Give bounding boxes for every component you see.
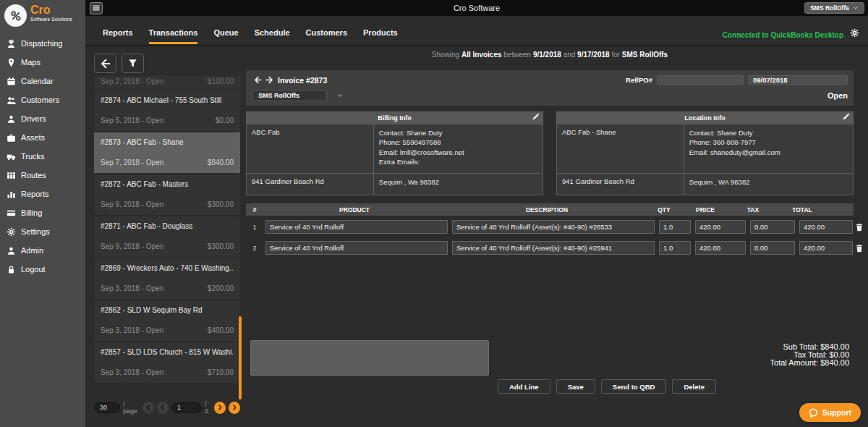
list-item[interactable]: #2869 - Wreckers Auto - 740 E Washing...…	[94, 258, 240, 299]
sidebar-item-calendar[interactable]: Calendar	[0, 72, 85, 90]
gear-icon[interactable]	[850, 28, 859, 38]
description-field[interactable]: Service of 40 Yrd Rolloff (Asset(s): #40…	[452, 220, 655, 234]
menu-button[interactable]	[90, 2, 103, 14]
company-switcher-button[interactable]: SMS RollOffs	[804, 2, 864, 14]
product-field[interactable]: Service of 40 Yrd Rolloff	[265, 241, 448, 255]
tab-products[interactable]: Products	[363, 28, 398, 44]
tax-field[interactable]: 0.00	[750, 220, 795, 234]
per-page-input[interactable]	[94, 402, 120, 413]
sidebar-nav: Dispatching Maps Calendar Customers Driv…	[0, 34, 85, 279]
billing-contact-block: Contact: Shane Duty Phone: 5590497688 Em…	[374, 124, 542, 173]
tab-transactions[interactable]: Transactions	[149, 28, 198, 44]
tab-customers[interactable]: Customers	[306, 28, 347, 44]
send-to-qbd-button[interactable]: Send to QBD	[601, 379, 667, 394]
invoice-company-select[interactable]: SMS RollOffs	[252, 90, 343, 101]
list-item[interactable]: #2872 - ABC Fab - Masters Sep 9, 2018 - …	[94, 174, 240, 215]
ref-po-input[interactable]	[657, 75, 744, 85]
product-field[interactable]: Service of 40 Yrd Rolloff	[265, 220, 448, 234]
sidebar-item-assets[interactable]: Assets	[0, 128, 85, 147]
dispatching-icon	[6, 39, 16, 48]
trash-icon	[855, 223, 864, 232]
tax-field[interactable]: 0.00	[750, 241, 795, 255]
edit-icon[interactable]	[532, 113, 540, 121]
last-page-button[interactable]	[229, 402, 240, 414]
location-contact-block: Contact: Shane Duty Phone: 360-808-7977 …	[684, 124, 853, 173]
sidebar-item-admin[interactable]: Admin	[0, 241, 85, 260]
first-page-button[interactable]	[142, 402, 154, 414]
prev-invoice-button[interactable]	[252, 76, 263, 84]
filter-icon	[128, 59, 137, 68]
delete-line-button[interactable]	[855, 241, 864, 255]
list-item-selected[interactable]: #2873 - ABC Fab - Shane Sep 7, 2018 - Op…	[94, 132, 240, 173]
list-item[interactable]: #2862 - SLD W Sequim Bay Rd Sep 3, 2018 …	[94, 300, 240, 341]
invoice-title: #2872 - ABC Fab - Masters	[101, 180, 234, 188]
sidebar-item-trucks[interactable]: Trucks	[0, 147, 85, 166]
sidebar-item-drivers[interactable]: Drivers	[0, 109, 85, 128]
price-field[interactable]: 420.00	[695, 220, 746, 234]
sidebar-item-label: Settings	[21, 227, 50, 236]
tab-queue[interactable]: Queue	[213, 28, 238, 44]
location-city: Sequim , WA 98382	[684, 174, 853, 195]
price-field[interactable]: 420.00	[695, 241, 746, 255]
column-qty: QTY	[648, 206, 680, 214]
tabs-bar: Reports Transactions Queue Schedule Cust…	[85, 16, 868, 46]
list-item[interactable]: #2857 - SLD LDS Church - 815 W Washi... …	[94, 342, 240, 383]
sidebar-item-dispatching[interactable]: Dispatching	[0, 34, 85, 53]
tab-schedule[interactable]: Schedule	[255, 28, 290, 44]
showing-company: SMS RollOffs	[622, 51, 668, 59]
location-email: Email: shaneduty@gmail.com	[689, 148, 848, 157]
showing-date-start: 9/1/2018	[533, 51, 561, 59]
sidebar-item-reports[interactable]: Reports	[0, 185, 85, 203]
sidebar-item-settings[interactable]: Settings	[0, 222, 85, 241]
table-row: 2 Service of 40 Yrd Rolloff Service of 4…	[246, 238, 854, 258]
list-scrollbar[interactable]	[239, 316, 242, 399]
edit-icon[interactable]	[842, 113, 850, 121]
subtotal-value: $840.00	[820, 342, 849, 351]
sidebar-item-billing[interactable]: Billing	[0, 203, 85, 222]
qty-field[interactable]: 1.0	[659, 220, 691, 234]
sidebar-item-label: Trucks	[21, 152, 45, 161]
tab-reports[interactable]: Reports	[103, 28, 133, 44]
next-invoice-button[interactable]	[263, 76, 275, 84]
sidebar-item-customers[interactable]: Customers	[0, 90, 85, 109]
description-field[interactable]: Service of 40 Yrd Rolloff (Asset(s): #40…	[452, 241, 655, 255]
invoice-amount: $840.00	[208, 158, 234, 166]
list-item[interactable]: #2874 - ABC Michael - 755 South Still Se…	[94, 90, 240, 131]
chevron-down-icon	[337, 93, 343, 98]
invoice-amount: $400.00	[208, 326, 234, 334]
location-name: ABC Fab - Shane	[557, 124, 684, 173]
back-button[interactable]	[94, 54, 116, 73]
sidebar-item-maps[interactable]: Maps	[0, 53, 85, 72]
next-page-button[interactable]	[214, 402, 226, 414]
sidebar-item-label: Drivers	[21, 114, 46, 123]
table-row: 1 Service of 40 Yrd Rolloff Service of 4…	[246, 217, 854, 237]
invoice-detail-panel: Showing All Invoices between 9/1/2018 an…	[246, 51, 854, 420]
location-phone: Phone: 360-808-7977	[689, 138, 848, 147]
invoice-header: Invoice #2873 Ref/PO# SMS RollOffs Open	[246, 70, 854, 106]
sidebar-item-label: Routes	[21, 171, 46, 179]
company-switcher-label: SMS RollOffs	[810, 4, 849, 12]
delete-line-button[interactable]	[855, 220, 864, 234]
invoice-status: Open	[827, 91, 848, 100]
list-item[interactable]: #2871 - ABC Fab - Douglass Sep 9, 2018 -…	[94, 216, 240, 257]
invoice-notes-input[interactable]	[250, 340, 489, 376]
add-line-button[interactable]: Add Line	[498, 379, 550, 394]
page-number-input[interactable]	[171, 402, 202, 413]
delete-button[interactable]: Delete	[672, 379, 716, 394]
qty-field[interactable]: 1.0	[659, 241, 691, 255]
support-button[interactable]: Support	[799, 403, 861, 422]
sidebar-item-routes[interactable]: Routes	[0, 166, 85, 185]
column-price: PRICE	[680, 206, 731, 214]
sidebar-item-logout[interactable]: Logout	[0, 260, 85, 279]
save-button[interactable]: Save	[556, 379, 595, 394]
invoice-date-input[interactable]	[748, 75, 848, 85]
total-field[interactable]: 420.00	[799, 241, 853, 255]
total-field[interactable]: 420.00	[799, 220, 853, 234]
filter-button[interactable]	[122, 54, 144, 73]
invoice-date-status: Sep 3, 2018 - Open	[101, 326, 163, 334]
billing-phone: Phone: 5590497688	[379, 138, 537, 147]
invoice-date-status: Sep 2, 2018 - Open	[101, 77, 163, 85]
list-item-partial[interactable]: Sep 2, 2018 - Open $100.00	[94, 76, 240, 89]
prev-page-button[interactable]	[157, 402, 169, 414]
per-page-label: / page	[123, 400, 140, 415]
